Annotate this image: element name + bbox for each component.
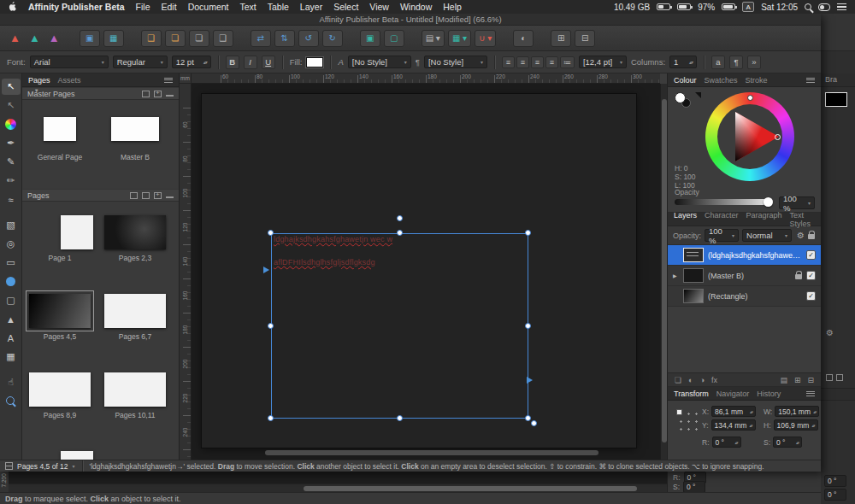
text-flow-out-arrow[interactable]: [527, 377, 533, 384]
blend-options-gear-icon[interactable]: ⚙: [797, 231, 805, 240]
snapping-button[interactable]: ∪ ▾: [475, 30, 496, 47]
panel-tab[interactable]: Layers: [674, 211, 697, 228]
view-mode-icon[interactable]: [130, 192, 138, 199]
pages-status-icon[interactable]: [5, 462, 13, 470]
panel-tab[interactable]: Stroke: [746, 76, 768, 85]
layer-visibility-checkbox[interactable]: [806, 250, 816, 260]
layer-visibility-checkbox[interactable]: [806, 271, 816, 280]
edit-all-layers-icon[interactable]: ❏: [675, 376, 681, 384]
frame-text-line-1[interactable]: ldghajksdhgkahsfghawetjn wec w: [274, 235, 392, 243]
underline-button[interactable]: U: [262, 56, 275, 69]
page-thumbnail[interactable]: [22, 439, 97, 460]
menu-item[interactable]: View: [369, 2, 389, 12]
x-input[interactable]: 86,1 mm: [711, 406, 756, 417]
menu-item[interactable]: Help: [443, 2, 462, 12]
font-style-select[interactable]: Regular: [113, 56, 168, 68]
opacity-select[interactable]: 100 %: [779, 196, 815, 209]
group-button[interactable]: ▣: [360, 30, 380, 47]
leading-select[interactable]: [12,4 pt]: [579, 56, 627, 68]
preview-mode-button[interactable]: ◐: [513, 30, 534, 47]
columns-input[interactable]: 1: [669, 56, 697, 68]
align-centre-button[interactable]: ≡: [516, 56, 529, 68]
triangle-tool[interactable]: ▲: [2, 311, 21, 327]
swap-wedge-icon[interactable]: [695, 92, 701, 98]
font-size-input[interactable]: 12 pt: [172, 56, 211, 68]
page-indicator[interactable]: Pages 4,5 of 12: [17, 462, 68, 471]
panel-tab[interactable]: Paragraph: [746, 211, 782, 228]
menu-item[interactable]: Document: [188, 2, 229, 12]
selection-handle-bottom-left[interactable]: [268, 415, 274, 421]
blend-mode-select[interactable]: Normal: [742, 229, 792, 242]
italic-button[interactable]: I: [244, 56, 257, 69]
panel-tab[interactable]: Text Styles: [790, 211, 811, 228]
add-page-icon[interactable]: [154, 192, 162, 199]
layer-row-rectangle[interactable]: (Rectangle): [668, 286, 821, 307]
mask-layer-icon[interactable]: ◐: [688, 376, 693, 384]
selection-handle-top-centre[interactable]: [397, 230, 403, 236]
grid-options-button[interactable]: ▦ ▾: [448, 30, 471, 47]
page-thumbnail[interactable]: Pages 8,9: [22, 360, 97, 439]
layer-row-text-frame[interactable]: (ldghajksdhgkahsfghawetjn→): [668, 245, 821, 266]
menu-item[interactable]: Select: [333, 2, 358, 12]
app-menu[interactable]: Affinity Publisher Beta: [28, 2, 125, 12]
menu-item[interactable]: Edit: [162, 2, 177, 12]
layer-options-icon[interactable]: ▤: [780, 376, 787, 384]
opacity-slider[interactable]: [675, 199, 770, 205]
y-input[interactable]: 134,4 mm: [711, 419, 756, 431]
selection-handle-bottom-centre[interactable]: [397, 415, 403, 421]
collapse-arrow-icon[interactable]: [34, 85, 38, 94]
notification-center-icon[interactable]: [837, 3, 846, 11]
character-style-select[interactable]: [No Style]: [348, 56, 411, 68]
page-thumbnail[interactable]: Pages 10,11: [97, 360, 173, 439]
selection-handle-top-right[interactable]: [525, 230, 531, 236]
insert-behind-button[interactable]: ⊟: [575, 30, 595, 47]
menu-clock[interactable]: Sat 12:05: [761, 3, 798, 12]
align-left-button[interactable]: ≡: [502, 56, 515, 68]
layer-effects-icon[interactable]: fx: [711, 376, 717, 384]
input-source-icon[interactable]: A: [742, 2, 754, 12]
rounded-rectangle-tool[interactable]: ▢: [2, 292, 21, 308]
selection-handle-bottom-right[interactable]: [525, 415, 531, 421]
colour-wheel[interactable]: [705, 92, 794, 181]
pen-tool[interactable]: ✎: [2, 154, 21, 170]
typography-button[interactable]: a: [711, 56, 725, 69]
menu-item[interactable]: Window: [400, 2, 432, 12]
colour-picker-tool[interactable]: [2, 116, 21, 132]
master-pages-header[interactable]: Master Pages: [22, 87, 179, 100]
ungroup-button[interactable]: ▢: [384, 30, 404, 47]
fill-colour-swatch[interactable]: [306, 57, 323, 67]
adjustment-layer-icon[interactable]: ◑: [700, 376, 705, 384]
canvas-horizontal-scrollbar[interactable]: [265, 450, 598, 455]
rotate-cw-button[interactable]: ↻: [322, 30, 343, 47]
page-thumbnail[interactable]: Pages 4,5: [22, 282, 97, 360]
text-flow-in-arrow[interactable]: [263, 267, 269, 273]
ruler-units[interactable]: mm: [180, 73, 192, 84]
rotation-handle[interactable]: [397, 215, 403, 221]
flip-horizontal-button[interactable]: ⇄: [251, 30, 271, 47]
ellipse-tool[interactable]: [2, 273, 21, 290]
picture-frame-ellipse-tool[interactable]: ◎: [2, 236, 21, 252]
page-thumbnail[interactable]: Pages 6,7: [97, 282, 173, 360]
panel-tab[interactable]: Pages: [28, 76, 50, 85]
insert-inside-button[interactable]: ⊞: [551, 30, 571, 47]
panel-tab[interactable]: Colour: [674, 76, 697, 85]
layer-lock-icon[interactable]: [795, 274, 802, 279]
delete-layer-icon[interactable]: ⊟: [807, 376, 814, 384]
bullets-button[interactable]: ≔: [560, 56, 575, 68]
pages-header[interactable]: Pages: [22, 189, 179, 202]
shear-input[interactable]: 0 °: [773, 437, 802, 448]
saturation-marker[interactable]: [775, 134, 781, 140]
frame-text-line-2[interactable]: aflDFHIlsdhglhsfgljsdflgksdg: [274, 258, 375, 267]
delete-page-icon[interactable]: [166, 193, 174, 198]
panel-tab[interactable]: Transform: [674, 390, 709, 398]
panel-menu-icon[interactable]: [806, 391, 815, 396]
rectangle-tool[interactable]: ▭: [2, 255, 21, 271]
selection-handle-mid-right[interactable]: [525, 323, 531, 329]
menu-item[interactable]: Layer: [300, 2, 322, 12]
move-to-back-button[interactable]: ❑: [213, 30, 233, 47]
show-special-characters-button[interactable]: ¶: [729, 56, 743, 69]
selection-handle-top-left[interactable]: [268, 230, 274, 236]
height-input[interactable]: 106,9 mm: [774, 419, 818, 431]
page-thumbnail[interactable]: Pages 2,3: [97, 203, 173, 282]
place-button[interactable]: ▣: [80, 30, 100, 47]
